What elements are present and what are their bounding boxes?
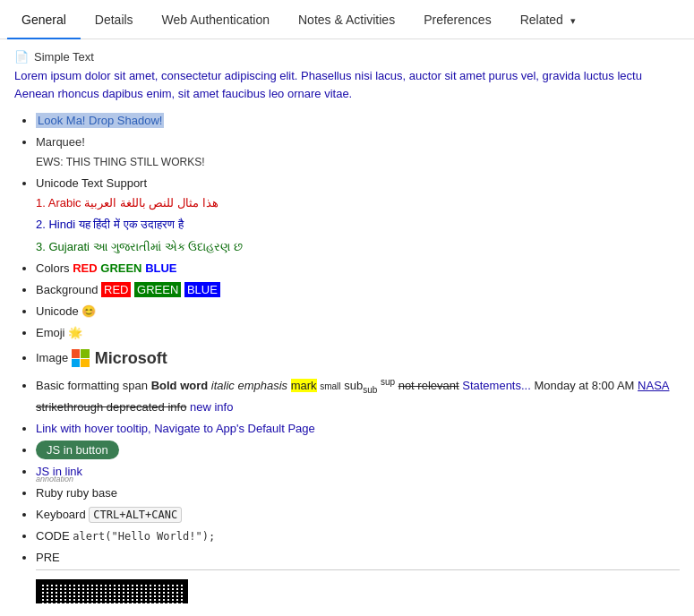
simple-text-section: 📄 Simple Text Lorem ipsum dolor sit amet… — [14, 50, 680, 102]
nasa-link[interactable]: NASA — [638, 379, 669, 392]
chevron-down-icon: ▾ — [570, 15, 576, 26]
list-item-js-link: JS in link — [36, 462, 680, 482]
arabic-text: هذا مثال للنص باللغة العربية — [84, 196, 218, 210]
list-item-dropshadow: Look Ma! Drop Shadow! — [36, 111, 680, 131]
main-content: 📄 Simple Text Lorem ipsum dolor sit amet… — [0, 39, 694, 603]
color-green-text: GREEN — [100, 261, 141, 275]
statements-link[interactable]: Statements... — [462, 379, 531, 392]
list-item-emoji: Emoji 🌟 — [36, 323, 680, 343]
tooltip-link[interactable]: Link with hover tooltip, Navigate to App… — [36, 422, 315, 435]
ms-grid-icon — [72, 349, 90, 367]
color-blue-text: BLUE — [145, 261, 176, 275]
mark-word: mark — [291, 379, 317, 392]
unicode-list: 1. Arabic هذا مثال للنص باللغة العربية 2… — [36, 193, 680, 256]
list-item-unicode: Unicode Text Support 1. Arabic هذا مثال … — [36, 174, 680, 256]
small-word: small — [320, 381, 340, 391]
list-item-image: Image Microsoft — [36, 345, 680, 372]
face-emoji: 😊 — [81, 304, 96, 318]
lorem-text: Lorem ipsum dolor sit amet, consectetur … — [14, 67, 680, 102]
sup-word: sup — [381, 379, 395, 392]
marquee-content: EWS: THIS THING STILL WORKS! — [36, 156, 204, 168]
monday-text: Monday at 8:00 AM — [534, 379, 634, 392]
tab-web-auth[interactable]: Web Authentication — [148, 0, 284, 39]
tab-bar: General Details Web Authentication Notes… — [0, 0, 694, 39]
bold-word: Bold word — [151, 379, 209, 392]
tab-details[interactable]: Details — [81, 0, 148, 39]
microsoft-logo: Microsoft — [72, 345, 167, 372]
list-item-keyboard: Keyboard CTRL+ALT+CANC — [36, 505, 680, 525]
list-item-code: CODE alert("Hello World!"); — [36, 526, 680, 546]
js-in-button[interactable]: JS in button — [36, 441, 119, 459]
new-info-link[interactable]: new info — [190, 400, 233, 414]
code-content: alert("Hello World!"); — [73, 530, 215, 543]
content-list: Look Ma! Drop Shadow! Marquee! EWS: THIS… — [14, 111, 680, 603]
strikethrough-deprecated: strikethrough deprecated info — [36, 400, 186, 414]
list-item-tooltip-link: Link with hover tooltip, Navigate to App… — [36, 419, 680, 439]
tab-general[interactable]: General — [7, 0, 81, 39]
list-item-background: Background RED GREEN BLUE — [36, 280, 680, 300]
list-item-js-button: JS in button — [36, 441, 680, 460]
marquee-label: Marquee! — [36, 135, 85, 149]
bg-blue: BLUE — [184, 282, 220, 297]
tab-related[interactable]: Related ▾ — [506, 0, 590, 39]
star-emoji: 🌟 — [68, 326, 82, 339]
bg-green: GREEN — [134, 282, 181, 297]
italic-word: italic emphasis — [211, 379, 287, 392]
ms-label: Microsoft — [95, 345, 167, 372]
list-item-marquee: Marquee! EWS: THIS THING STILL WORKS! — [36, 133, 680, 172]
pre-block — [36, 569, 680, 603]
tab-preferences[interactable]: Preferences — [409, 0, 505, 39]
annotation-label: annotation — [36, 473, 73, 486]
tab-notes[interactable]: Notes & Activities — [284, 0, 409, 39]
color-red-text: RED — [73, 261, 97, 275]
simple-text-label: 📄 Simple Text — [14, 50, 680, 64]
unicode-arabic: 1. Arabic هذا مثال للنص باللغة العربية — [36, 193, 680, 213]
unicode-gujarati: 3. Gujarati આ ગુજરાતીમાં એક ઉદાહરણ છ — [36, 237, 680, 257]
list-item-pre: PRE — [36, 548, 680, 603]
list-item-colors: Colors RED GREEN BLUE — [36, 259, 680, 278]
list-item-ruby: annotation Ruby ruby base — [36, 483, 680, 503]
bg-red: RED — [101, 282, 131, 297]
list-item-unicode2: Unicode 😊 — [36, 302, 680, 321]
unicode-hindi: 2. Hindi यह हिंदी में एक उदाहरण है — [36, 215, 680, 235]
strikethrough-word: not relevant — [398, 379, 459, 392]
document-icon: 📄 — [14, 50, 29, 64]
ruby-base: annotation Ruby ruby base — [36, 483, 117, 503]
gujarati-text: આ ગુજરાતીમાં એક ઉદાહરણ છ — [93, 240, 243, 253]
keyboard-shortcut: CTRL+ALT+CANC — [89, 507, 182, 523]
drop-shadow-text: Look Ma! Drop Shadow! — [36, 113, 164, 128]
sub-word: subsub — [344, 379, 377, 392]
hindi-text: यह हिंदी में एक उदाहरण है — [79, 218, 184, 231]
list-item-formatting: Basic formatting span Bold word italic e… — [36, 374, 680, 417]
qr-image — [36, 579, 188, 603]
